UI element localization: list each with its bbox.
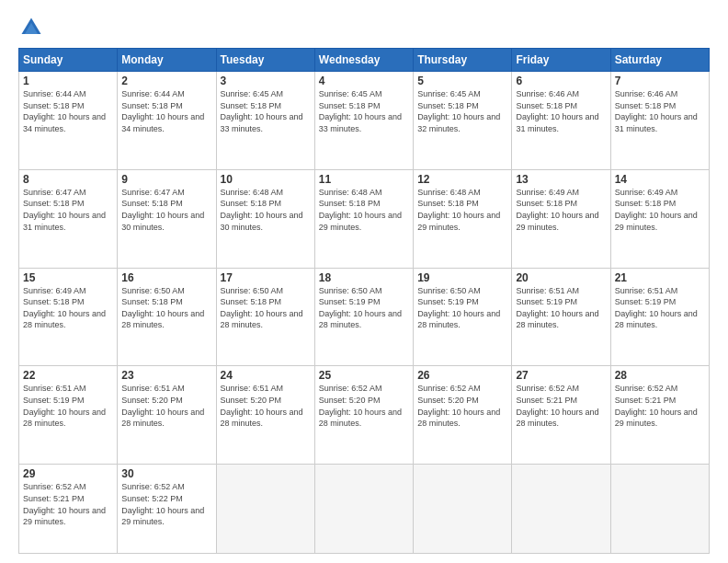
calendar-cell: 24 Sunrise: 6:51 AM Sunset: 5:20 PM Dayl… (216, 366, 314, 465)
day-info: Sunrise: 6:44 AM Sunset: 5:18 PM Dayligh… (121, 88, 211, 134)
calendar-cell: 9 Sunrise: 6:47 AM Sunset: 5:18 PM Dayli… (118, 169, 216, 268)
weekday-header: Thursday (414, 49, 512, 72)
weekday-header: Sunday (19, 49, 118, 72)
calendar-week-row: 22 Sunrise: 6:51 AM Sunset: 5:19 PM Dayl… (19, 366, 710, 465)
day-info: Sunrise: 6:50 AM Sunset: 5:19 PM Dayligh… (319, 285, 409, 331)
calendar-cell (314, 465, 413, 554)
calendar-cell: 17 Sunrise: 6:50 AM Sunset: 5:18 PM Dayl… (216, 268, 314, 366)
calendar-cell: 21 Sunrise: 6:51 AM Sunset: 5:19 PM Dayl… (610, 268, 709, 366)
calendar-cell (610, 465, 709, 554)
day-info: Sunrise: 6:51 AM Sunset: 5:19 PM Dayligh… (516, 285, 606, 331)
day-info: Sunrise: 6:51 AM Sunset: 5:19 PM Dayligh… (23, 383, 113, 429)
day-number: 7 (615, 75, 705, 87)
day-info: Sunrise: 6:51 AM Sunset: 5:19 PM Dayligh… (615, 285, 705, 331)
calendar-cell: 1 Sunrise: 6:44 AM Sunset: 5:18 PM Dayli… (19, 72, 118, 170)
calendar-week-row: 15 Sunrise: 6:49 AM Sunset: 5:18 PM Dayl… (19, 268, 710, 366)
calendar-cell: 3 Sunrise: 6:45 AM Sunset: 5:18 PM Dayli… (216, 72, 314, 170)
day-number: 9 (121, 173, 211, 186)
calendar-cell: 5 Sunrise: 6:45 AM Sunset: 5:18 PM Dayli… (414, 72, 512, 170)
calendar-cell: 19 Sunrise: 6:50 AM Sunset: 5:19 PM Dayl… (414, 268, 512, 366)
day-number: 17 (221, 271, 311, 284)
day-info: Sunrise: 6:50 AM Sunset: 5:19 PM Dayligh… (417, 285, 507, 331)
day-number: 10 (221, 173, 311, 186)
header (18, 15, 710, 40)
calendar-cell: 26 Sunrise: 6:52 AM Sunset: 5:20 PM Dayl… (414, 366, 512, 465)
calendar-week-row: 8 Sunrise: 6:47 AM Sunset: 5:18 PM Dayli… (19, 169, 710, 268)
day-number: 16 (121, 271, 211, 284)
day-number: 27 (516, 369, 606, 382)
weekday-header: Friday (512, 49, 610, 72)
day-number: 11 (319, 173, 409, 186)
calendar-cell: 30 Sunrise: 6:52 AM Sunset: 5:22 PM Dayl… (118, 465, 216, 554)
calendar-cell: 13 Sunrise: 6:49 AM Sunset: 5:18 PM Dayl… (512, 169, 610, 268)
calendar-table: SundayMondayTuesdayWednesdayThursdayFrid… (18, 48, 710, 554)
day-info: Sunrise: 6:45 AM Sunset: 5:18 PM Dayligh… (417, 88, 507, 134)
day-number: 22 (23, 369, 113, 382)
day-number: 30 (121, 467, 211, 480)
day-number: 4 (319, 75, 409, 87)
day-number: 13 (516, 173, 606, 186)
day-number: 20 (516, 271, 606, 284)
day-info: Sunrise: 6:52 AM Sunset: 5:21 PM Dayligh… (615, 383, 705, 429)
day-info: Sunrise: 6:46 AM Sunset: 5:18 PM Dayligh… (615, 88, 705, 134)
weekday-header: Saturday (610, 49, 709, 72)
calendar-cell: 11 Sunrise: 6:48 AM Sunset: 5:18 PM Dayl… (314, 169, 413, 268)
day-info: Sunrise: 6:48 AM Sunset: 5:18 PM Dayligh… (319, 187, 409, 233)
day-number: 14 (615, 173, 705, 186)
day-info: Sunrise: 6:48 AM Sunset: 5:18 PM Dayligh… (221, 187, 311, 233)
day-number: 12 (417, 173, 507, 186)
calendar-cell (414, 465, 512, 554)
calendar-cell: 29 Sunrise: 6:52 AM Sunset: 5:21 PM Dayl… (19, 465, 118, 554)
day-info: Sunrise: 6:49 AM Sunset: 5:18 PM Dayligh… (516, 187, 606, 233)
day-number: 5 (417, 75, 507, 87)
calendar-week-row: 29 Sunrise: 6:52 AM Sunset: 5:21 PM Dayl… (19, 465, 710, 554)
day-number: 26 (417, 369, 507, 382)
calendar-cell: 12 Sunrise: 6:48 AM Sunset: 5:18 PM Dayl… (414, 169, 512, 268)
day-info: Sunrise: 6:49 AM Sunset: 5:18 PM Dayligh… (615, 187, 705, 233)
day-number: 19 (417, 271, 507, 284)
day-number: 6 (516, 75, 606, 87)
calendar-cell: 22 Sunrise: 6:51 AM Sunset: 5:19 PM Dayl… (19, 366, 118, 465)
day-info: Sunrise: 6:47 AM Sunset: 5:18 PM Dayligh… (23, 187, 113, 233)
day-info: Sunrise: 6:51 AM Sunset: 5:20 PM Dayligh… (221, 383, 311, 429)
day-info: Sunrise: 6:45 AM Sunset: 5:18 PM Dayligh… (319, 88, 409, 134)
day-number: 1 (23, 75, 113, 87)
day-number: 29 (23, 467, 113, 480)
calendar-cell: 18 Sunrise: 6:50 AM Sunset: 5:19 PM Dayl… (314, 268, 413, 366)
calendar-cell: 7 Sunrise: 6:46 AM Sunset: 5:18 PM Dayli… (610, 72, 709, 170)
calendar-cell: 27 Sunrise: 6:52 AM Sunset: 5:21 PM Dayl… (512, 366, 610, 465)
page: SundayMondayTuesdayWednesdayThursdayFrid… (0, 0, 728, 563)
day-number: 23 (121, 369, 211, 382)
calendar-cell: 16 Sunrise: 6:50 AM Sunset: 5:18 PM Dayl… (118, 268, 216, 366)
day-info: Sunrise: 6:51 AM Sunset: 5:20 PM Dayligh… (121, 383, 211, 429)
day-number: 18 (319, 271, 409, 284)
day-info: Sunrise: 6:52 AM Sunset: 5:20 PM Dayligh… (319, 383, 409, 429)
day-info: Sunrise: 6:46 AM Sunset: 5:18 PM Dayligh… (516, 88, 606, 134)
weekday-header: Wednesday (314, 49, 413, 72)
calendar-cell (216, 465, 314, 554)
calendar-cell: 15 Sunrise: 6:49 AM Sunset: 5:18 PM Dayl… (19, 268, 118, 366)
calendar-cell: 2 Sunrise: 6:44 AM Sunset: 5:18 PM Dayli… (118, 72, 216, 170)
calendar-cell: 20 Sunrise: 6:51 AM Sunset: 5:19 PM Dayl… (512, 268, 610, 366)
weekday-header: Monday (118, 49, 216, 72)
day-number: 25 (319, 369, 409, 382)
day-number: 15 (23, 271, 113, 284)
calendar-cell: 23 Sunrise: 6:51 AM Sunset: 5:20 PM Dayl… (118, 366, 216, 465)
calendar-cell: 14 Sunrise: 6:49 AM Sunset: 5:18 PM Dayl… (610, 169, 709, 268)
calendar-week-row: 1 Sunrise: 6:44 AM Sunset: 5:18 PM Dayli… (19, 72, 710, 170)
day-number: 24 (221, 369, 311, 382)
logo-icon (18, 15, 44, 40)
day-info: Sunrise: 6:48 AM Sunset: 5:18 PM Dayligh… (417, 187, 507, 233)
day-info: Sunrise: 6:52 AM Sunset: 5:22 PM Dayligh… (121, 481, 211, 527)
day-info: Sunrise: 6:52 AM Sunset: 5:21 PM Dayligh… (516, 383, 606, 429)
day-number: 3 (221, 75, 311, 87)
day-number: 2 (121, 75, 211, 87)
day-number: 21 (615, 271, 705, 284)
day-info: Sunrise: 6:44 AM Sunset: 5:18 PM Dayligh… (23, 88, 113, 134)
calendar-cell: 25 Sunrise: 6:52 AM Sunset: 5:20 PM Dayl… (314, 366, 413, 465)
day-info: Sunrise: 6:50 AM Sunset: 5:18 PM Dayligh… (121, 285, 211, 331)
day-info: Sunrise: 6:45 AM Sunset: 5:18 PM Dayligh… (221, 88, 311, 134)
calendar-cell: 8 Sunrise: 6:47 AM Sunset: 5:18 PM Dayli… (19, 169, 118, 268)
day-info: Sunrise: 6:50 AM Sunset: 5:18 PM Dayligh… (221, 285, 311, 331)
logo (18, 15, 48, 40)
